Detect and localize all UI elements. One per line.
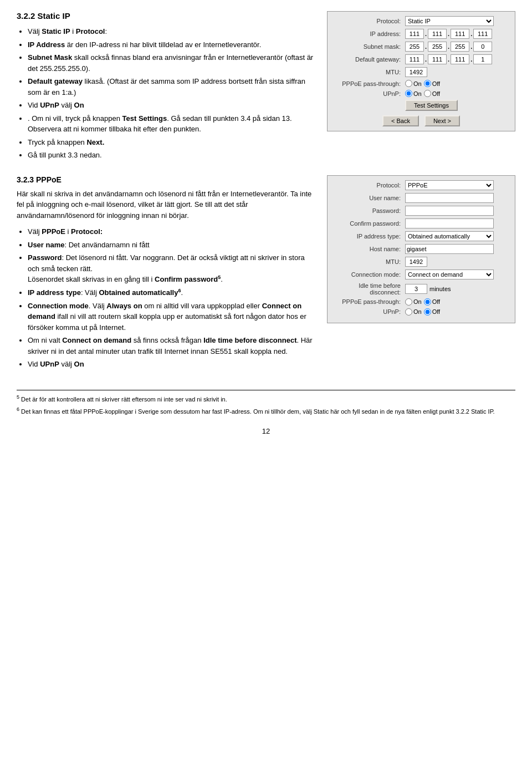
ip-octet-1[interactable] — [405, 29, 424, 39]
subnet-octet-4[interactable] — [473, 42, 492, 52]
ip-octet-4[interactable] — [473, 29, 492, 39]
ip-dot-1: . — [425, 30, 427, 37]
pppoe-pass-off-label[interactable]: Off — [424, 80, 440, 87]
pppoe-pass2-on-label[interactable]: On — [405, 298, 422, 306]
pppoe-upnp-off-radio[interactable] — [424, 308, 431, 316]
protocol-select[interactable]: Static IP — [405, 16, 494, 26]
password-input[interactable] — [405, 206, 494, 216]
pppoe-mtu-label: MTU: — [333, 258, 405, 265]
mtu-label: MTU: — [333, 69, 405, 75]
pppoe-panel: Protocol: PPPoE User name: Password: — [327, 175, 515, 373]
upnp-off-text: Off — [432, 90, 440, 97]
username-label: User name: — [333, 195, 405, 201]
username-row: User name: — [333, 193, 509, 203]
pppoe-upnp-on-text: On — [413, 308, 422, 315]
nav-buttons-static: < Back Next > — [333, 115, 509, 126]
confirm-row: Confirm password: — [333, 218, 509, 228]
pppoe-pass-row: PPPoE pass-through: On Off — [333, 80, 509, 87]
conn-mode-row: Connection mode: Connect on demand Alway… — [333, 270, 509, 279]
ip-type-value: Obtained automatically — [405, 231, 509, 241]
upnp-off-radio[interactable] — [424, 90, 431, 97]
ip-address-label: IP address: — [333, 30, 405, 37]
router-ui-static: Protocol: Static IP IP address: . . . — [327, 11, 515, 131]
ip-address-row: IP address: . . . — [333, 29, 509, 39]
confirm-input[interactable] — [405, 218, 494, 228]
pppoe-pass2-row: PPPoE pass-through: On Off — [333, 298, 509, 306]
gateway-octet-3[interactable] — [451, 54, 469, 64]
ip-octet-3[interactable] — [451, 29, 469, 39]
pppoe-mtu-value — [405, 257, 509, 267]
conn-mode-value: Connect on demand Always on — [405, 270, 509, 279]
upnp-on-radio[interactable] — [405, 90, 412, 97]
protocol-value: Static IP — [405, 16, 509, 26]
ip-dot-3: . — [470, 30, 472, 37]
pppoe-upnp-off-label[interactable]: Off — [424, 308, 440, 316]
gateway-octet-1[interactable] — [405, 54, 424, 64]
gateway-octet-2[interactable] — [428, 54, 447, 64]
section-static-ip: 3.2.2 Static IP Välj Static IP i Protoco… — [17, 11, 515, 164]
pppoe-upnp-label: UPnP: — [333, 308, 405, 315]
gateway-inputs: . . . — [405, 54, 509, 64]
pppoe-pass-off-radio[interactable] — [424, 80, 431, 87]
ip-type-row: IP address type: Obtained automatically — [333, 231, 509, 241]
subnet-inputs: . . . — [405, 42, 509, 52]
idle-value: minutes — [405, 284, 509, 294]
idle-unit: minutes — [429, 286, 451, 292]
router-ui-pppoe: Protocol: PPPoE User name: Password: — [327, 175, 515, 323]
gateway-row: Default gateway: . . . — [333, 54, 509, 64]
pppoe-pass-off-text: Off — [432, 80, 440, 87]
gateway-dot-1: . — [425, 56, 427, 63]
password-row: Password: — [333, 206, 509, 216]
page-number: 12 — [17, 427, 515, 435]
idle-input[interactable] — [405, 284, 427, 294]
list-item: User name: Det användarnamn ni fått — [28, 240, 316, 251]
pppoe-pass2-off-radio[interactable] — [424, 298, 431, 306]
host-row: Host name: — [333, 244, 509, 254]
pppoe-pass2-on-radio[interactable] — [405, 298, 412, 306]
next-button-static[interactable]: Next > — [424, 115, 460, 126]
subnet-dot-2: . — [448, 43, 449, 50]
list-item: Subnet Mask skall också finnas bland era… — [28, 52, 316, 74]
conn-mode-label: Connection mode: — [333, 271, 405, 278]
username-value — [405, 193, 509, 203]
protocol-row: Protocol: Static IP — [333, 16, 509, 26]
footnote-6: 6 Det kan finnas ett fåtal PPPoE-kopplin… — [17, 406, 515, 416]
pppoe-upnp-on-label[interactable]: On — [405, 308, 422, 316]
gateway-dot-3: . — [470, 56, 472, 63]
mtu-input[interactable] — [405, 67, 427, 77]
back-button-static[interactable]: < Back — [382, 115, 419, 126]
pppoe-upnp-on-radio[interactable] — [405, 308, 412, 316]
gateway-octet-4[interactable] — [473, 54, 492, 64]
conn-mode-select[interactable]: Connect on demand Always on — [405, 270, 494, 279]
subnet-octet-2[interactable] — [428, 42, 447, 52]
section-pppoe: 3.2.3 PPPoE Här skall ni skriva in det a… — [17, 175, 515, 373]
list-item: Connection mode. Välj Always on om ni al… — [28, 301, 316, 333]
subnet-octet-1[interactable] — [405, 42, 424, 52]
protocol-label: Protocol: — [333, 18, 405, 24]
ip-octet-2[interactable] — [428, 29, 447, 39]
list-item: Välj Static IP i Protocol: — [28, 26, 316, 37]
upnp-on-label[interactable]: On — [405, 90, 422, 97]
pppoe-pass2-off-label[interactable]: Off — [424, 298, 440, 306]
pppoe-pass-label: PPPoE pass-through: — [333, 80, 405, 87]
test-settings-button[interactable]: Test Settings — [405, 100, 458, 111]
idle-row: Idle time before disconnect: minutes — [333, 282, 509, 296]
pppoe-upnp-radios: On Off — [405, 308, 509, 316]
username-input[interactable] — [405, 193, 494, 203]
upnp-off-label[interactable]: Off — [424, 90, 440, 97]
list-item: Välj PPPoE i Protocol: — [28, 226, 316, 237]
ip-address-inputs: . . . — [405, 29, 509, 39]
pppoe-mtu-input[interactable] — [405, 257, 427, 267]
subnet-octet-3[interactable] — [451, 42, 469, 52]
pppoe-pass-on-radio[interactable] — [405, 80, 412, 87]
pppoe-text: 3.2.3 PPPoE Här skall ni skriva in det a… — [17, 175, 316, 373]
pppoe-protocol-select[interactable]: PPPoE — [405, 180, 494, 190]
list-item: IP Address är den IP-adress ni har blivi… — [28, 39, 316, 50]
mtu-row: MTU: — [333, 67, 509, 77]
pppoe-pass-on-label[interactable]: On — [405, 80, 422, 87]
list-item: Gå till punkt 3.3 nedan. — [28, 150, 316, 161]
confirm-value — [405, 218, 509, 228]
ip-dot-2: . — [448, 30, 449, 37]
ip-type-select[interactable]: Obtained automatically — [405, 231, 494, 241]
host-input[interactable] — [405, 244, 494, 254]
